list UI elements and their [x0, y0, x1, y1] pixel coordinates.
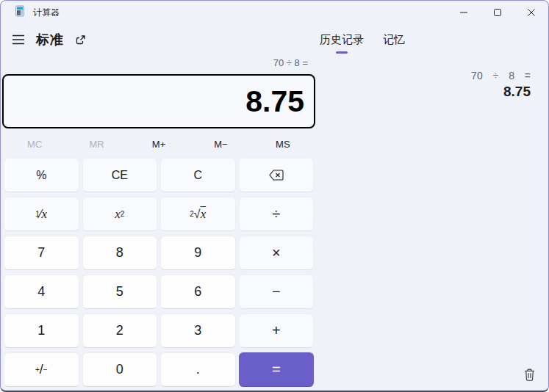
four-button[interactable]: 4	[4, 275, 79, 309]
memory-bar: MCMRM+M−MS	[4, 133, 314, 155]
add-button[interactable]: +	[239, 313, 315, 348]
trash-icon	[523, 369, 536, 382]
nine-button[interactable]: 9	[160, 236, 236, 270]
backspace-icon	[269, 170, 284, 181]
percent-button[interactable]: %	[4, 158, 79, 192]
tab-memory-label: 记忆	[383, 33, 405, 47]
menu-button[interactable]	[5, 27, 32, 52]
toolbar: 标准	[1, 24, 317, 55]
tab-memory[interactable]: 记忆	[383, 24, 405, 55]
window-title: 计算器	[33, 7, 60, 19]
calculator-main: 标准 70 ÷ 8 = 8.75 MCMRM+M−MS %CEC1⁄xx22√x…	[1, 24, 317, 391]
memory-clear-button: MC	[4, 133, 65, 155]
two-button[interactable]: 2	[82, 313, 158, 348]
panel-footer	[317, 361, 548, 391]
equals-button[interactable]: =	[239, 352, 315, 387]
memory-recall-button: MR	[65, 133, 127, 155]
zero-button[interactable]: 0	[82, 352, 158, 387]
backspace-button[interactable]	[239, 158, 315, 192]
calculator-window: 计算器	[0, 0, 549, 392]
keep-on-top-icon	[74, 34, 87, 46]
expression-line: 70 ÷ 8 =	[1, 55, 317, 73]
six-button[interactable]: 6	[160, 275, 236, 309]
maximize-button[interactable]	[481, 1, 514, 24]
eight-button[interactable]: 8	[82, 236, 158, 270]
window-content: 标准 70 ÷ 8 = 8.75 MCMRM+M−MS %CEC1⁄xx22√x…	[1, 24, 548, 391]
seven-button[interactable]: 7	[4, 236, 79, 270]
decimal-button[interactable]: .	[160, 352, 236, 387]
calculator-display[interactable]: 8.75	[2, 74, 315, 128]
history-entry-expression: 70 ÷ 8 =	[326, 70, 531, 81]
three-button[interactable]: 3	[160, 313, 236, 348]
close-icon	[527, 8, 536, 17]
clear-history-button[interactable]	[517, 364, 541, 386]
tab-history[interactable]: 历史记录	[320, 24, 364, 55]
keypad: %CEC1⁄xx22√x÷789×456−123++/−0.=	[4, 158, 314, 387]
history-entry[interactable]: 70 ÷ 8 =8.75	[317, 65, 548, 106]
clear-button[interactable]: C	[160, 158, 236, 192]
panel-tabs: 历史记录 记忆	[317, 24, 548, 55]
one-button[interactable]: 1	[4, 313, 79, 348]
history-panel: 历史记录 记忆 70 ÷ 8 =8.75	[317, 24, 548, 391]
close-button[interactable]	[514, 1, 548, 24]
memory-subtract-button[interactable]: M−	[190, 133, 251, 155]
reciprocal-button[interactable]: 1⁄x	[4, 197, 79, 231]
minimize-button[interactable]	[447, 1, 481, 24]
subtract-button[interactable]: −	[239, 275, 315, 309]
titlebar-left: 计算器	[1, 5, 60, 20]
memory-add-button[interactable]: M+	[128, 133, 190, 155]
titlebar: 计算器	[1, 1, 548, 24]
five-button[interactable]: 5	[82, 275, 158, 309]
window-controls	[447, 1, 548, 24]
minimize-icon	[459, 8, 468, 17]
square-root-button[interactable]: 2√x	[160, 197, 236, 231]
calculator-app-icon	[14, 5, 26, 20]
hamburger-icon	[12, 35, 25, 45]
negate-button[interactable]: +/−	[4, 352, 79, 387]
clear-entry-button[interactable]: CE	[82, 158, 158, 192]
multiply-button[interactable]: ×	[239, 236, 315, 270]
history-list: 70 ÷ 8 =8.75	[317, 55, 548, 361]
divide-button[interactable]: ÷	[239, 197, 315, 231]
display-value: 8.75	[245, 84, 304, 119]
maximize-icon	[493, 8, 502, 17]
history-entry-result: 8.75	[326, 84, 531, 100]
tab-history-label: 历史记录	[320, 33, 364, 47]
square-button[interactable]: x2	[82, 197, 158, 231]
mode-label: 标准	[36, 31, 64, 48]
keep-on-top-button[interactable]	[67, 27, 93, 52]
memory-store-button[interactable]: MS	[252, 133, 314, 155]
active-tab-indicator	[336, 51, 348, 54]
